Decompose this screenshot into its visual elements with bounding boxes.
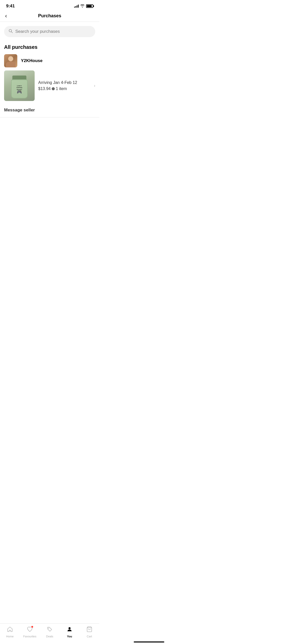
product-image: Luke'sGamingSnacks 🎮 xyxy=(4,70,35,101)
status-dot-icon xyxy=(52,87,55,90)
jar-controller-icon: 🎮 xyxy=(17,90,22,94)
status-bar: 9:41 xyxy=(0,0,99,11)
item-count: 1 item xyxy=(56,86,67,91)
signal-bar-2 xyxy=(75,6,76,8)
product-price-row: $13.94 1 item xyxy=(38,86,90,91)
arrival-text: Arriving Jan 4-Feb 12 xyxy=(38,80,77,85)
battery-icon xyxy=(86,4,93,8)
header: ‹ Purchases xyxy=(0,11,99,22)
purchase-group: Y2KHouse Luke'sGamingSnacks 🎮 Arriving J… xyxy=(0,52,99,103)
search-icon xyxy=(9,29,13,34)
chevron-right-icon: › xyxy=(94,83,95,88)
seller-avatar xyxy=(4,54,17,67)
page-title: Purchases xyxy=(38,13,61,19)
wifi-icon xyxy=(80,4,85,8)
back-button[interactable]: ‹ xyxy=(5,13,7,19)
search-input[interactable] xyxy=(15,29,91,34)
search-bar[interactable] xyxy=(4,26,95,37)
signal-bar-4 xyxy=(78,5,79,8)
svg-line-1 xyxy=(11,32,13,33)
message-seller-button[interactable]: Message seller xyxy=(0,103,99,117)
divider xyxy=(0,117,99,118)
section-title: All purchases xyxy=(0,41,99,52)
status-time: 9:41 xyxy=(6,4,15,9)
search-container xyxy=(0,22,99,41)
seller-name: Y2KHouse xyxy=(21,58,43,63)
product-row[interactable]: Luke'sGamingSnacks 🎮 Arriving Jan 4-Feb … xyxy=(4,70,95,101)
battery-fill xyxy=(87,5,92,7)
signal-bar-3 xyxy=(77,5,77,8)
product-price: $13.94 xyxy=(38,86,51,91)
product-info: Arriving Jan 4-Feb 12 $13.94 1 item xyxy=(38,80,90,91)
message-seller-label: Message seller xyxy=(4,108,35,112)
seller-row: Y2KHouse xyxy=(4,54,95,67)
signal-bar-1 xyxy=(74,7,75,8)
product-arrival: Arriving Jan 4-Feb 12 xyxy=(38,80,90,85)
status-icons xyxy=(74,4,93,8)
jar-body: Luke'sGamingSnacks 🎮 xyxy=(11,79,28,98)
signal-bars-icon xyxy=(74,5,79,8)
